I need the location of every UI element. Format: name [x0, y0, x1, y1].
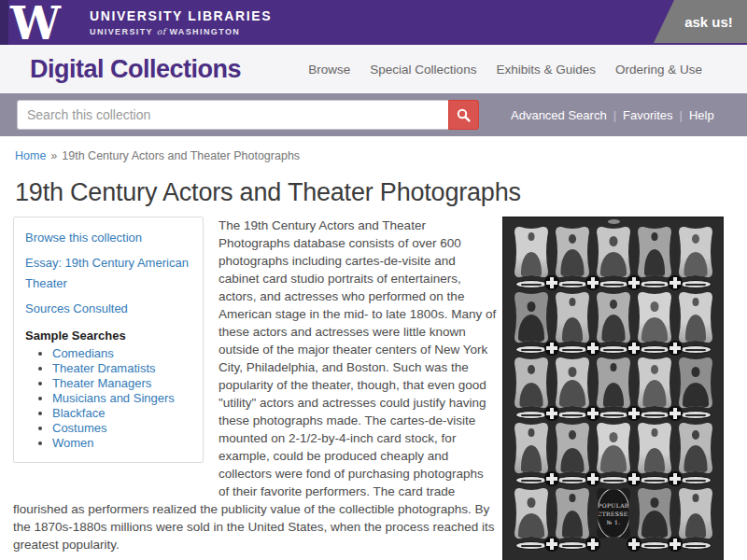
portrait-figure-dress — [684, 252, 708, 276]
portrait-name-label — [557, 345, 588, 354]
collage-top-ornament — [608, 219, 620, 224]
portrait-figure-head — [570, 494, 576, 502]
favorites-link[interactable]: Favorites — [623, 108, 672, 122]
cross-ornament-icon — [627, 537, 641, 552]
list-item: Theater Dramatists — [52, 361, 191, 376]
sample-search-blackface[interactable]: Blackface — [52, 406, 105, 420]
portrait-figure-dress — [561, 249, 585, 276]
portrait-figure-head — [693, 494, 699, 502]
sidebar-panel: Browse this collection Essay: 19th Centu… — [13, 217, 204, 463]
sidebar-link-essay[interactable]: Essay: 19th Century American Theater — [25, 253, 191, 294]
portrait-name-label — [557, 411, 588, 419]
ask-us-button[interactable]: ask us! — [654, 0, 747, 43]
cross-ornament-icon — [585, 537, 600, 552]
portrait-figure-head — [569, 430, 576, 440]
nav-exhibits-guides[interactable]: Exhibits & Guides — [496, 63, 596, 77]
portrait-cell — [513, 486, 550, 540]
portrait-figure-dress — [685, 315, 706, 342]
sample-searches-heading: Sample Searches — [25, 329, 191, 343]
portrait-figure-head — [692, 367, 700, 377]
breadcrumb-home-link[interactable]: Home — [15, 149, 46, 162]
portrait-figure-dress — [644, 448, 665, 472]
portrait-figure-head — [652, 428, 658, 437]
washington-word: WASHINGTON — [169, 27, 240, 36]
portrait-name-label — [515, 411, 547, 419]
portrait-figure-head — [652, 232, 658, 241]
cross-ornament-icon — [627, 275, 641, 290]
portrait-name-label — [680, 476, 712, 484]
main-content: 19th Century Actors and Theater Photogra… — [0, 178, 747, 560]
search-button[interactable] — [448, 100, 479, 130]
portrait-figure-head — [529, 428, 535, 437]
portrait-cell — [677, 486, 714, 540]
uw-w-logo[interactable]: W — [10, 1, 61, 46]
portrait-figure-head — [610, 236, 618, 246]
portrait-figure-dress — [561, 448, 585, 472]
portrait-figure-dress — [603, 383, 624, 407]
cross-ornament-icon — [585, 406, 600, 421]
sample-search-theater-managers[interactable]: Theater Managers — [52, 376, 151, 390]
portrait-figure-dress — [562, 511, 583, 538]
portrait-figure-head — [651, 497, 659, 508]
portrait-name-label — [639, 476, 670, 484]
advanced-search-link[interactable]: Advanced Search — [511, 108, 607, 122]
cross-ornament-icon — [544, 406, 559, 421]
university-of-washington-label: UNIVERSITY of WASHINGTON — [90, 27, 272, 36]
sidebar-link-browse-collection[interactable]: Browse this collection — [25, 228, 191, 248]
nav-special-collections[interactable]: Special Collections — [370, 63, 476, 77]
sidebar-link-sources-consulted[interactable]: Sources Consulted — [25, 299, 191, 319]
portrait-figure-dress — [684, 445, 708, 472]
portrait-name-label — [515, 345, 547, 354]
nav-ordering-use[interactable]: Ordering & Use — [615, 63, 702, 77]
portrait-figure-head — [611, 363, 617, 371]
portrait-figure-dress — [559, 380, 585, 407]
portrait-figure-head — [569, 367, 577, 377]
sample-search-musicians-singers[interactable]: Musicians and Singers — [52, 391, 175, 405]
portrait-figure-dress — [641, 317, 668, 342]
sample-search-theater-dramatists[interactable]: Theater Dramatists — [52, 361, 156, 375]
portrait-cell — [513, 356, 550, 410]
portrait-name-label — [680, 541, 712, 550]
portrait-figure-head — [569, 234, 576, 244]
nav-browse[interactable]: Browse — [308, 63, 350, 77]
list-item: Musicians and Singers — [52, 391, 191, 406]
university-libraries-label: UNIVERSITY LIBRARIES — [90, 8, 272, 23]
sample-search-comedians[interactable]: Comedians — [52, 346, 114, 360]
sample-search-costumes[interactable]: Costumes — [52, 421, 107, 435]
cross-ornament-icon — [585, 341, 600, 356]
university-libraries-lockup[interactable]: UNIVERSITY LIBRARIES UNIVERSITY of WASHI… — [90, 8, 272, 36]
portrait-name-label — [598, 476, 629, 484]
breadcrumb-separator: » — [50, 149, 57, 162]
portrait-name-label — [639, 411, 670, 419]
portrait-figure-dress — [685, 513, 706, 538]
masthead-left-strip — [0, 0, 8, 45]
portrait-figure-dress — [521, 445, 542, 472]
portrait-cell — [554, 421, 591, 475]
cross-ornament-icon — [668, 471, 683, 486]
portrait-cell — [554, 225, 591, 279]
portrait-name-label — [680, 411, 712, 419]
oval-text-line: № 1. — [607, 519, 621, 525]
site-title[interactable]: Digital Collections — [30, 55, 241, 84]
cross-ornament-icon — [668, 341, 683, 356]
portrait-figure-head — [692, 430, 699, 440]
cross-ornament-icon — [668, 406, 683, 421]
portrait-figure-head — [692, 234, 699, 244]
portrait-figure-dress — [643, 380, 667, 407]
search-group — [17, 100, 479, 130]
portrait-cell — [677, 290, 714, 344]
list-item: Comedians — [52, 346, 191, 361]
portrait-figure-head — [528, 301, 536, 312]
portrait-cell — [554, 356, 591, 410]
portrait-figure-dress — [683, 383, 709, 407]
portrait-name-label — [680, 280, 712, 288]
portrait-name-label — [557, 280, 588, 288]
oval-text-line: ACTRESSES. — [593, 511, 634, 517]
cross-ornament-icon — [627, 406, 641, 421]
search-input[interactable] — [17, 100, 448, 130]
sample-search-women[interactable]: Women — [52, 436, 94, 450]
help-link[interactable]: Help — [689, 108, 714, 122]
page: W UNIVERSITY LIBRARIES UNIVERSITY of WAS… — [0, 0, 747, 560]
portrait-figure-head — [570, 298, 576, 306]
portrait-figure-head — [529, 232, 535, 241]
